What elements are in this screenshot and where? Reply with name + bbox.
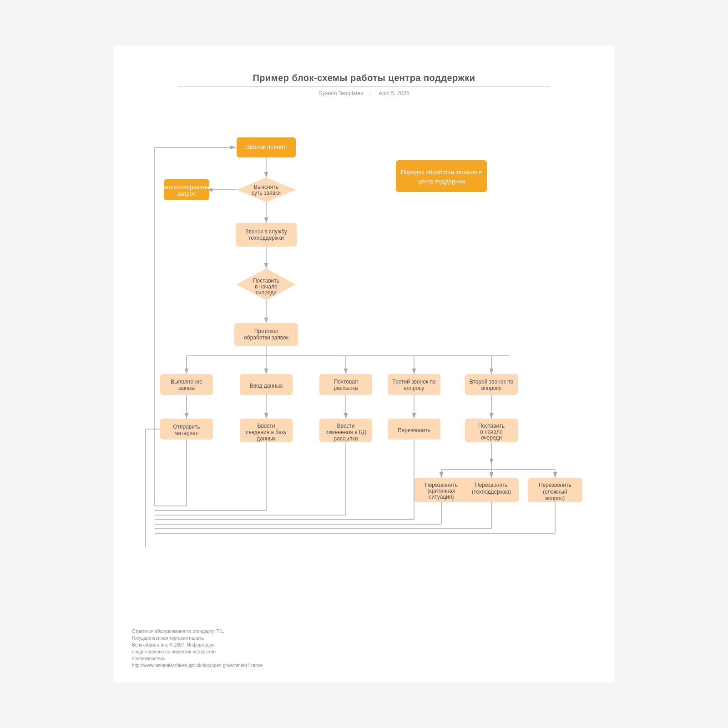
footer-line-5: правительство» xyxy=(132,655,263,662)
mailing-text2: рассылка xyxy=(334,385,358,391)
order-processing-text2: центр поддержки xyxy=(418,178,465,185)
mailing-text1: Почтовая xyxy=(334,379,358,385)
callback-complex-text2: (сложный xyxy=(543,489,567,495)
callback-critical-text3: ситуация) xyxy=(429,494,454,500)
specialized-text2: запрос xyxy=(177,190,196,197)
queue-text3: очереди xyxy=(256,289,277,296)
title-divider xyxy=(178,86,550,86)
footer-line-3: Великобритании, © 2007. Информация xyxy=(132,642,263,648)
source-label: System Templates xyxy=(318,90,363,96)
third-call-text1: Третий звонок по xyxy=(392,379,436,385)
send-text2: материал xyxy=(174,430,199,436)
footer-line-6: http://www.nationalarchives.gov.uk/doc/o… xyxy=(132,662,263,669)
specialized-text1: Специализированный xyxy=(156,184,217,191)
callback-critical-text1: Перезвонить xyxy=(425,482,458,488)
enter-mailing-text2: изменения в БД xyxy=(325,429,366,435)
queue2-text1: Поставить xyxy=(478,423,505,429)
subtitle: System Templates | April 5, 2025 xyxy=(132,90,596,96)
order-text2: заказа xyxy=(178,385,195,391)
order-text1: Выполнение xyxy=(171,379,202,385)
enter-mailing-text1: Ввести xyxy=(337,423,354,429)
clarify-text1: Выяснить xyxy=(254,184,278,190)
footer-line-1: Стратегия обслуживания по стандарту ITIL… xyxy=(132,628,263,635)
protocol-text2: обработки заявок xyxy=(244,334,289,341)
order-processing-text: Порядок обработки звонков в xyxy=(401,169,482,176)
second-call-text1: Второй звонок по xyxy=(470,379,514,385)
page-container: Пример блок-схемы работы центра поддержк… xyxy=(114,46,614,682)
order-processing-box xyxy=(396,160,487,192)
call-support-text1: Звонок в службу xyxy=(245,228,287,235)
enter-db-text3: данных xyxy=(257,435,276,442)
enter-db-text1: Ввести xyxy=(257,423,275,429)
diagram-svg: Порядок обработки звонков в центр поддер… xyxy=(132,110,596,656)
separator: | xyxy=(370,90,372,96)
third-call-text2: вопросу xyxy=(404,385,425,391)
enter-db-text2: сведения в базу xyxy=(246,429,287,435)
callback-tech-text2: (техподдержка) xyxy=(472,489,511,495)
callback-tech-text1: Перезвонить xyxy=(475,482,508,488)
flowchart: Порядок обработки звонков в центр поддер… xyxy=(132,110,596,658)
clarify-text2: суть заявки xyxy=(252,190,281,196)
queue-text2: в начало xyxy=(255,283,278,290)
enter-mailing-text3: рассылки xyxy=(334,435,358,442)
protocol-text1: Протокол xyxy=(254,328,278,334)
callback-text: Перезвонить xyxy=(398,427,430,434)
callback-complex-text3: вопрос) xyxy=(546,495,565,501)
second-call-text2: вопросу xyxy=(481,385,502,391)
queue2-text3: очереди xyxy=(481,435,502,441)
footer-line-4: предоставлена по лицензии «Открытое xyxy=(132,648,263,655)
footer-line-2: Государственная торговая палата xyxy=(132,635,263,642)
queue-text1: Поставить xyxy=(253,278,279,284)
call-support-text2: техподдержки xyxy=(248,235,284,241)
callback-complex-text1: Перезвонить xyxy=(539,482,571,488)
data-entry-text: Ввод данных xyxy=(250,383,283,389)
footer: Стратегия обслуживания по стандарту ITIL… xyxy=(132,628,263,669)
queue2-text2: в начало xyxy=(480,429,503,435)
date-label: April 5, 2025 xyxy=(379,90,409,96)
call-received-text: Звонок принят xyxy=(246,143,286,150)
callback-critical-text2: (критичная xyxy=(428,488,455,494)
page-title: Пример блок-схемы работы центра поддержк… xyxy=(132,73,596,83)
send-text1: Отправить xyxy=(173,424,200,430)
